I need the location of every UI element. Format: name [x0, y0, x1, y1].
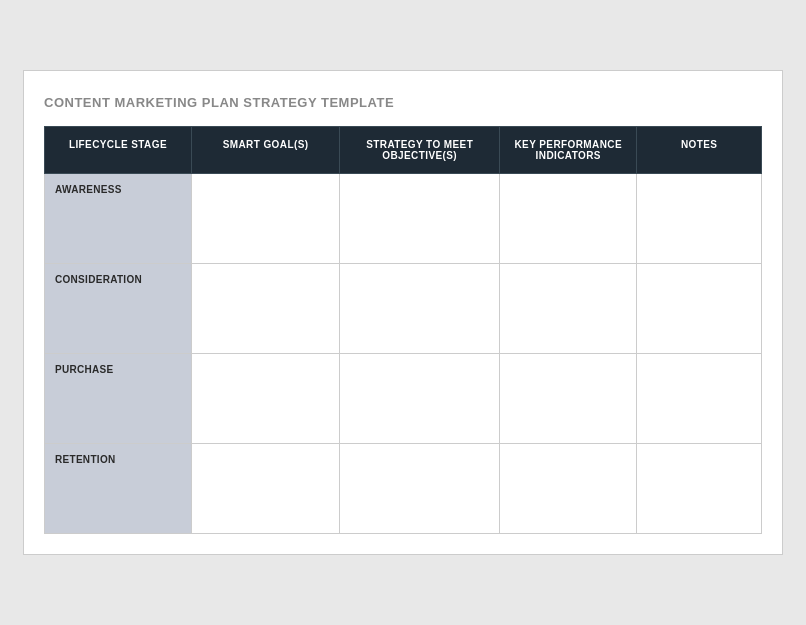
stage-purchase: PURCHASE — [45, 354, 192, 444]
strategy-table: LIFECYCLE STAGE SMART GOAL(S) STRATEGY T… — [44, 126, 762, 534]
kpi-consideration[interactable] — [500, 264, 637, 354]
notes-consideration[interactable] — [637, 264, 762, 354]
kpi-purchase[interactable] — [500, 354, 637, 444]
page-title: CONTENT MARKETING PLAN STRATEGY TEMPLATE — [44, 95, 762, 110]
strategy-consideration[interactable] — [340, 264, 500, 354]
kpi-awareness[interactable] — [500, 174, 637, 264]
strategy-awareness[interactable] — [340, 174, 500, 264]
strategy-purchase[interactable] — [340, 354, 500, 444]
table-row: AWARENESS — [45, 174, 762, 264]
stage-awareness: AWARENESS — [45, 174, 192, 264]
page-container: CONTENT MARKETING PLAN STRATEGY TEMPLATE… — [23, 70, 783, 555]
smart-goal-retention[interactable] — [191, 444, 339, 534]
strategy-retention[interactable] — [340, 444, 500, 534]
table-row: PURCHASE — [45, 354, 762, 444]
table-row: CONSIDERATION — [45, 264, 762, 354]
header-lifecycle-stage: LIFECYCLE STAGE — [45, 127, 192, 174]
header-notes: NOTES — [637, 127, 762, 174]
table-row: RETENTION — [45, 444, 762, 534]
header-smart-goals: SMART GOAL(S) — [191, 127, 339, 174]
table-header-row: LIFECYCLE STAGE SMART GOAL(S) STRATEGY T… — [45, 127, 762, 174]
header-kpi: KEY PERFORMANCE INDICATORS — [500, 127, 637, 174]
notes-purchase[interactable] — [637, 354, 762, 444]
stage-retention: RETENTION — [45, 444, 192, 534]
smart-goal-awareness[interactable] — [191, 174, 339, 264]
notes-awareness[interactable] — [637, 174, 762, 264]
smart-goal-purchase[interactable] — [191, 354, 339, 444]
notes-retention[interactable] — [637, 444, 762, 534]
header-strategy: STRATEGY TO MEET OBJECTIVE(S) — [340, 127, 500, 174]
kpi-retention[interactable] — [500, 444, 637, 534]
smart-goal-consideration[interactable] — [191, 264, 339, 354]
stage-consideration: CONSIDERATION — [45, 264, 192, 354]
